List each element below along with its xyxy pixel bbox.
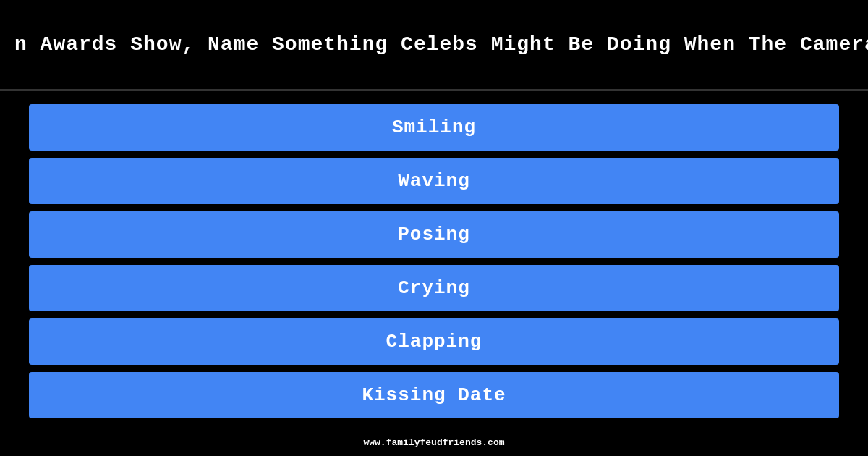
answer-label: Waving [398, 170, 470, 192]
answer-row: Kissing Date [29, 372, 839, 418]
answer-label: Crying [398, 277, 470, 299]
footer-url: www.familyfeudfriends.com [363, 437, 504, 448]
answer-label: Posing [398, 224, 470, 245]
answer-label: Smiling [392, 117, 476, 138]
answer-label: Kissing Date [362, 384, 506, 406]
footer: www.familyfeudfriends.com [0, 431, 868, 456]
question-text: n Awards Show, Name Something Celebs Mig… [14, 33, 868, 56]
answer-row: Crying [29, 265, 839, 311]
answer-label: Clapping [386, 331, 482, 352]
answer-row: Clapping [29, 318, 839, 365]
answers-container: SmilingWavingPosingCryingClappingKissing… [0, 91, 868, 431]
answer-row: Smiling [29, 104, 839, 151]
answer-row: Posing [29, 211, 839, 258]
header-bar: n Awards Show, Name Something Celebs Mig… [0, 0, 868, 91]
answer-row: Waving [29, 158, 839, 204]
